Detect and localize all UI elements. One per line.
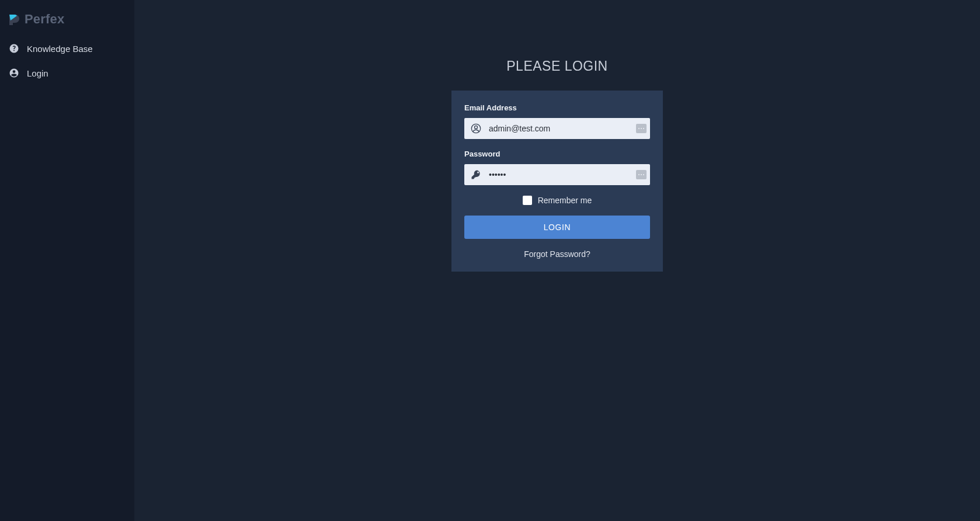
email-input[interactable] [464,118,650,139]
sidebar-item-label: Login [27,68,48,78]
svg-point-1 [475,126,478,128]
brand-logo[interactable]: Perfex [0,6,134,36]
user-outline-icon [470,123,482,134]
key-icon [470,169,482,180]
remember-me-label[interactable]: Remember me [538,196,592,205]
forgot-password-link[interactable]: Forgot Password? [464,249,650,259]
brand-name: Perfex [25,12,64,27]
brand-logo-icon [7,12,21,26]
sidebar-item-label: Knowledge Base [27,44,93,54]
autofill-icon[interactable] [636,170,647,179]
remember-me-row: Remember me [464,196,650,205]
sidebar-item-knowledge-base[interactable]: Knowledge Base [0,36,134,61]
help-circle-icon [8,43,20,54]
sidebar: Perfex Knowledge Base Login [0,0,134,521]
remember-me-checkbox[interactable] [523,196,532,205]
login-button[interactable]: LOGIN [464,216,650,239]
autofill-icon[interactable] [636,124,647,133]
login-form: Email Address Password [451,91,663,272]
password-input[interactable] [464,164,650,185]
page-title: PLEASE LOGIN [506,58,607,74]
sidebar-item-login[interactable]: Login [0,61,134,85]
password-input-wrap [464,164,650,185]
password-label: Password [464,150,650,158]
main-content: PLEASE LOGIN Email Address Password [134,0,980,521]
user-circle-icon [8,67,20,79]
email-input-wrap [464,118,650,139]
email-label: Email Address [464,103,650,112]
